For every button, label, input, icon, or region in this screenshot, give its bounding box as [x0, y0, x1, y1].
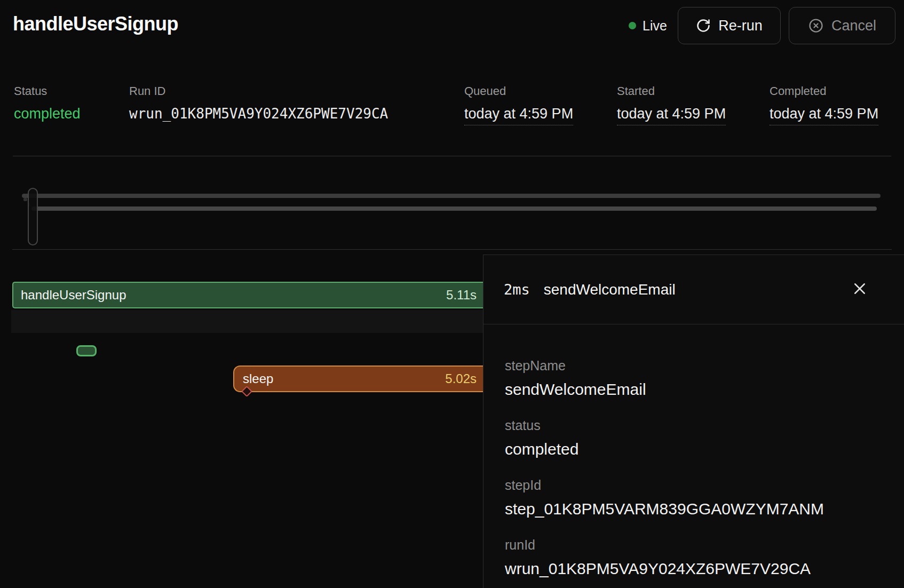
span-label: sleep — [243, 371, 273, 386]
field-label: status — [505, 417, 883, 433]
run-id-label: Run ID — [129, 84, 388, 98]
close-icon — [852, 281, 868, 298]
step-title: sendWelcomeEmail — [544, 281, 676, 298]
meta-run-id: Run ID wrun_01K8PM5VA9Y024XZ6PWE7V29CA — [129, 84, 388, 122]
timeline-scrubber-handle[interactable] — [28, 188, 38, 245]
span-label: handleUserSignup — [21, 288, 126, 303]
meta-status: Status completed — [14, 84, 81, 122]
status-value: completed — [14, 106, 81, 122]
cancel-button-label: Cancel — [831, 18, 876, 34]
live-status: Live — [629, 0, 667, 51]
queued-value[interactable]: today at 4:59 PM — [464, 106, 573, 125]
field-label: stepId — [505, 477, 883, 493]
field-value: completed — [505, 440, 883, 459]
detail-panel-body: stepName sendWelcomeEmail status complet… — [483, 324, 904, 578]
detail-panel-header: 2ms sendWelcomeEmail — [483, 255, 904, 324]
timeline-step-pill-sendWelcomeEmail[interactable] — [76, 345, 97, 356]
completed-label: Completed — [770, 84, 878, 98]
minimap-step-mark — [23, 198, 27, 201]
live-label: Live — [643, 18, 667, 34]
minimap-span-run — [22, 194, 881, 198]
header-divider — [13, 156, 891, 156]
field-label: stepName — [505, 357, 883, 374]
meta-started: Started today at 4:59 PM — [617, 84, 726, 125]
meta-completed: Completed today at 4:59 PM — [770, 84, 878, 125]
step-detail-panel: 2ms sendWelcomeEmail stepName sendWelcom… — [483, 255, 904, 588]
selected-row-highlight — [11, 310, 483, 333]
field-status: status completed — [505, 417, 883, 459]
field-runId: runId wrun_01K8PM5VA9Y024XZ6PWE7V29CA — [505, 537, 883, 578]
live-dot-icon — [629, 22, 636, 29]
run-id-value: wrun_01K8PM5VA9Y024XZ6PWE7V29CA — [129, 106, 388, 122]
status-label: Status — [14, 84, 81, 98]
page-title: handleUserSignup — [13, 13, 178, 35]
timeline-span-handleUserSignup[interactable]: handleUserSignup 5.11s — [12, 282, 483, 308]
span-duration: 5.11s — [446, 288, 477, 303]
queued-label: Queued — [464, 84, 573, 98]
step-duration: 2ms — [504, 281, 530, 298]
span-duration: 5.02s — [445, 371, 477, 386]
timeline-top-border — [12, 249, 892, 250]
timeline-span-sleep[interactable]: sleep 5.02s — [233, 365, 483, 392]
completed-value[interactable]: today at 4:59 PM — [770, 106, 878, 125]
field-stepId: stepId step_01K8PM5VARM839GGA0WZYM7ANM — [505, 477, 883, 519]
started-label: Started — [617, 84, 726, 98]
field-value: wrun_01K8PM5VA9Y024XZ6PWE7V29CA — [505, 559, 883, 578]
workflow-run-page: handleUserSignup Live Re-run Cancel Stat… — [0, 0, 904, 588]
field-stepName: stepName sendWelcomeEmail — [505, 357, 883, 399]
refresh-icon — [696, 18, 711, 33]
field-value: step_01K8PM5VARM839GGA0WZYM7ANM — [505, 499, 883, 519]
meta-queued: Queued today at 4:59 PM — [464, 84, 573, 125]
cancel-button[interactable]: Cancel — [789, 7, 895, 44]
field-value: sendWelcomeEmail — [505, 380, 883, 399]
circle-x-icon — [808, 18, 824, 34]
minimap-span-sleep — [31, 206, 877, 211]
close-panel-button[interactable] — [851, 281, 869, 299]
rerun-button-label: Re-run — [718, 18, 763, 34]
rerun-button[interactable]: Re-run — [678, 7, 781, 44]
field-label: runId — [505, 537, 883, 553]
started-value[interactable]: today at 4:59 PM — [617, 106, 726, 125]
